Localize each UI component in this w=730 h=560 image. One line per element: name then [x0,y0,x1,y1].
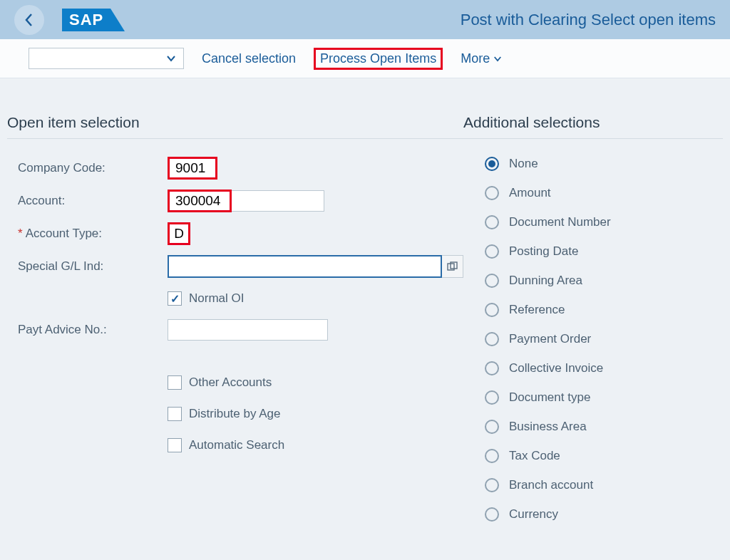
label-distribute-age: Distribute by Age [189,407,281,421]
sap-logo: SAP [62,9,110,31]
page-title: Post with Clearing Select open items [461,11,716,29]
radio-currency[interactable] [485,507,499,522]
checkbox-normal-oi[interactable] [168,291,182,306]
radio-branch-account[interactable] [485,478,499,492]
chevron-down-icon [493,56,502,62]
open-item-section: Open item selection Company Code: 9001 A… [7,114,463,536]
process-open-items-link[interactable]: Process Open Items [314,48,443,70]
radio-row-dunning-area: Dunning Area [463,274,723,288]
row-normal-oi: Normal OI [7,288,463,309]
special-gl-field[interactable] [168,255,442,278]
additional-selections-section: Additional selections NoneAmountDocument… [463,114,723,536]
back-button[interactable] [14,5,44,35]
row-other-accounts: Other Accounts [7,372,463,393]
company-code-field[interactable]: 9001 [168,157,217,180]
radio-label: Posting Date [509,244,578,259]
radio-label: Reference [509,303,565,317]
radio-tax-code[interactable] [485,449,499,463]
account-field-extra[interactable] [232,190,324,212]
label-payt-advice: Payt Advice No.: [7,323,168,337]
checkbox-automatic-search[interactable] [168,438,182,452]
row-account-type: *Account Type: D [7,222,463,245]
radio-payment-order[interactable] [485,332,499,346]
radio-row-collective-invoice: Collective Invoice [463,361,723,375]
radio-posting-date[interactable] [485,244,499,259]
radio-label: None [509,157,538,171]
radio-document-type[interactable] [485,390,499,405]
radio-row-tax-code: Tax Code [463,449,723,463]
radio-row-none: None [463,157,723,171]
row-distribute-age: Distribute by Age [7,403,463,425]
radio-label: Branch account [509,478,593,492]
radio-label: Collective Invoice [509,361,603,375]
radio-label: Tax Code [509,449,560,463]
radio-dunning-area[interactable] [485,274,499,288]
radio-row-payment-order: Payment Order [463,332,723,346]
row-company-code: Company Code: 9001 [7,157,463,180]
radio-label: Currency [509,507,558,522]
row-payt-advice: Payt Advice No.: [7,319,463,341]
toolbar: Cancel selection Process Open Items More [0,39,730,78]
label-special-gl: Special G/L Ind: [7,259,168,274]
radio-row-reference: Reference [463,303,723,317]
section-title-additional: Additional selections [463,114,723,139]
row-account: Account: 300004 [7,190,463,212]
section-title-open-item: Open item selection [7,114,463,139]
radio-row-posting-date: Posting Date [463,244,723,259]
radio-label: Dunning Area [509,274,582,288]
radio-amount[interactable] [485,186,499,200]
label-normal-oi: Normal OI [189,291,244,306]
more-menu[interactable]: More [461,51,502,66]
radio-row-document-type: Document type [463,390,723,405]
content-area: Open item selection Company Code: 9001 A… [0,78,730,536]
cancel-selection-link[interactable]: Cancel selection [202,51,296,66]
more-label: More [461,51,490,66]
checkbox-other-accounts[interactable] [168,375,182,390]
account-type-field[interactable]: D [168,222,190,245]
chevron-left-icon [24,13,34,27]
f4-help-button[interactable] [442,255,463,278]
radio-row-currency: Currency [463,507,723,522]
checkbox-distribute-age[interactable] [168,407,182,421]
radio-row-business-area: Business Area [463,420,723,434]
radio-business-area[interactable] [485,420,499,434]
radio-reference[interactable] [485,303,499,317]
radio-label: Document Number [509,215,611,229]
row-special-gl: Special G/L Ind: [7,255,463,278]
account-field-highlighted[interactable]: 300004 [168,190,232,212]
toolbar-dropdown[interactable] [29,48,184,69]
label-company-code: Company Code: [7,161,168,175]
additional-radio-list: NoneAmountDocument NumberPosting DateDun… [463,157,723,522]
radio-collective-invoice[interactable] [485,361,499,375]
chevron-down-icon [166,55,176,62]
radio-row-document-number: Document Number [463,215,723,229]
label-automatic-search: Automatic Search [189,438,284,452]
radio-label: Amount [509,186,551,200]
label-account-type-text: Account Type: [26,227,102,240]
radio-row-branch-account: Branch account [463,478,723,492]
radio-row-amount: Amount [463,186,723,200]
label-other-accounts: Other Accounts [189,375,272,390]
row-automatic-search: Automatic Search [7,435,463,456]
radio-label: Business Area [509,420,587,434]
label-account-type: *Account Type: [7,227,168,241]
app-header: SAP Post with Clearing Select open items [0,0,730,39]
radio-document-number[interactable] [485,215,499,229]
payt-advice-field[interactable] [168,319,328,341]
label-account: Account: [7,194,168,208]
radio-label: Payment Order [509,332,591,346]
radio-label: Document type [509,390,590,405]
radio-none[interactable] [485,157,499,171]
value-help-icon [447,261,458,272]
